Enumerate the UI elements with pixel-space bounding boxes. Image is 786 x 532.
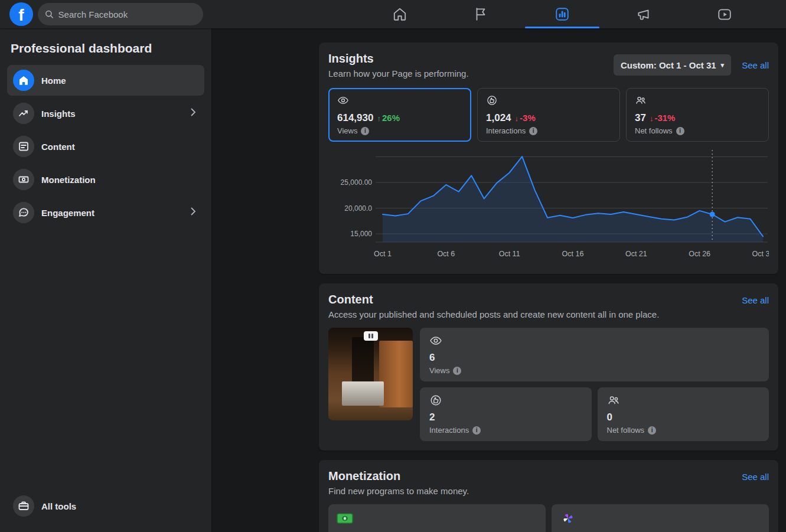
- info-icon[interactable]: i: [472, 426, 481, 435]
- nav-tab-home[interactable]: [359, 0, 441, 28]
- home-icon: [13, 70, 34, 91]
- search-bar[interactable]: [38, 3, 203, 25]
- net-follows-label: Net follows: [635, 126, 673, 135]
- info-icon[interactable]: i: [676, 127, 684, 135]
- search-icon: [45, 9, 54, 19]
- chevron-right-icon: [188, 107, 198, 120]
- up-arrow-icon: ↑: [377, 114, 381, 123]
- sidebar-item-label: Monetization: [41, 175, 96, 185]
- stat-tile-views[interactable]: 614,930 ↑26% Views i: [328, 88, 471, 142]
- watch-icon: [717, 6, 732, 22]
- interactions-value: 1,024: [486, 112, 511, 124]
- content-net-follows-value: 0: [607, 412, 760, 423]
- svg-text:20,000.0: 20,000.0: [344, 204, 372, 213]
- sidebar-item-label: Insights: [41, 109, 76, 119]
- content-stat-net-follows[interactable]: 0 Net follows i: [598, 387, 769, 441]
- flag-icon: [473, 6, 488, 22]
- content-interactions-value: 2: [429, 412, 582, 423]
- sidebar-item-engagement[interactable]: Engagement: [7, 197, 204, 228]
- briefcase-icon: [13, 495, 34, 517]
- monetization-title: Monetization: [328, 469, 469, 483]
- content-see-all-link[interactable]: See all: [742, 295, 769, 305]
- date-range-dropdown[interactable]: Custom: Oct 1 - Oct 31 ▾: [614, 54, 731, 76]
- sidebar-item-label: Content: [41, 142, 75, 152]
- search-input[interactable]: [58, 9, 196, 19]
- insights-subtitle: Learn how your Page is performing.: [328, 68, 469, 79]
- home-icon: [392, 6, 407, 22]
- insights-title: Insights: [328, 52, 469, 66]
- views-label: Views: [337, 126, 357, 135]
- svg-text:Oct 16: Oct 16: [562, 250, 584, 258]
- monetization-card: Monetization Find new programs to make m…: [319, 460, 778, 532]
- content-net-follows-label: Net follows: [607, 426, 645, 435]
- sidebar-item-insights[interactable]: Insights: [7, 98, 204, 129]
- monetization-stars-tile[interactable]: [552, 504, 769, 532]
- followers-icon: [635, 94, 760, 109]
- svg-text:Oct 26: Oct 26: [689, 250, 710, 258]
- sidebar-item-all-tools[interactable]: All tools: [7, 491, 204, 521]
- svg-text:Oct 11: Oct 11: [499, 250, 520, 258]
- caret-down-icon: ▾: [721, 61, 725, 69]
- interactions-label: Interactions: [486, 126, 526, 135]
- down-arrow-icon: ↓: [650, 114, 654, 123]
- nav-tab-ads[interactable]: [603, 0, 684, 28]
- info-icon[interactable]: i: [453, 367, 461, 375]
- nav-tab-video[interactable]: [684, 0, 765, 28]
- monetization-subtitle: Find new programs to make money.: [328, 486, 469, 496]
- monetization-earnings-tile[interactable]: [328, 504, 546, 532]
- sidebar-item-label: Engagement: [41, 208, 94, 218]
- content-card: Content Access your published and schedu…: [319, 283, 778, 451]
- sidebar-item-monetization[interactable]: Monetization: [7, 164, 204, 195]
- insights-see-all-link[interactable]: See all: [742, 60, 769, 70]
- svg-text:Oct 31: Oct 31: [752, 250, 769, 258]
- money-bill-icon: [337, 512, 353, 525]
- svg-text:Oct 21: Oct 21: [625, 250, 647, 258]
- info-icon[interactable]: i: [529, 127, 537, 135]
- stat-tile-net-follows[interactable]: 37 ↓-31% Net follows i: [626, 88, 769, 142]
- like-circle-icon: [429, 399, 442, 409]
- views-delta: ↑26%: [377, 113, 400, 123]
- bar-chart-icon: [555, 6, 570, 22]
- svg-text:Oct 1: Oct 1: [374, 250, 392, 258]
- interactions-delta: ↓-3%: [515, 113, 536, 123]
- content-views-value: 6: [429, 352, 759, 364]
- info-icon[interactable]: i: [361, 127, 369, 135]
- stat-tile-interactions[interactable]: 1,024 ↓-3% Interactions i: [477, 88, 620, 142]
- sidebar-item-content[interactable]: Content: [7, 131, 204, 162]
- info-icon[interactable]: i: [648, 426, 656, 435]
- content-views-label: Views: [429, 366, 449, 375]
- nav-tab-insights[interactable]: [521, 0, 603, 28]
- eye-icon: [429, 339, 442, 349]
- nav-tab-pages[interactable]: [441, 0, 522, 28]
- sidebar: Professional dashboard Home Insights Con…: [0, 28, 211, 532]
- views-line-chart: 25,000.0020,000.015,000Oct 1Oct 6Oct 11O…: [328, 146, 769, 265]
- sidebar-item-home[interactable]: Home: [7, 65, 204, 96]
- banknote-icon: [13, 169, 34, 190]
- megaphone-icon: [636, 6, 651, 22]
- sidebar-item-label: All tools: [41, 501, 76, 511]
- content-stat-views[interactable]: 6 Views i: [420, 328, 769, 381]
- stars-pinwheel-icon: [560, 512, 576, 525]
- posts-icon: [13, 136, 34, 157]
- comment-dots-icon: [13, 202, 34, 223]
- content-title: Content: [328, 293, 659, 306]
- top-navigation: [359, 0, 765, 28]
- insights-card: Insights Learn how your Page is performi…: [319, 43, 778, 274]
- main-content: Insights Learn how your Page is performi…: [211, 28, 786, 532]
- content-subtitle: Access your published and scheduled post…: [328, 309, 659, 319]
- page-title: Professional dashboard: [7, 37, 204, 65]
- chevron-right-icon: [188, 206, 198, 219]
- views-value: 614,930: [337, 112, 373, 124]
- facebook-logo[interactable]: f: [9, 2, 33, 26]
- post-thumbnail[interactable]: [328, 328, 413, 420]
- monetization-see-all-link[interactable]: See all: [742, 472, 769, 482]
- content-stat-interactions[interactable]: 2 Interactions i: [420, 387, 592, 441]
- sidebar-item-label: Home: [41, 76, 66, 86]
- top-bar: f: [0, 0, 786, 28]
- followers-icon: [607, 399, 620, 409]
- net-follows-value: 37: [635, 112, 646, 124]
- svg-text:25,000.00: 25,000.00: [341, 178, 373, 187]
- trending-icon: [13, 103, 34, 124]
- carousel-badge-icon: [364, 331, 378, 341]
- down-arrow-icon: ↓: [515, 114, 519, 123]
